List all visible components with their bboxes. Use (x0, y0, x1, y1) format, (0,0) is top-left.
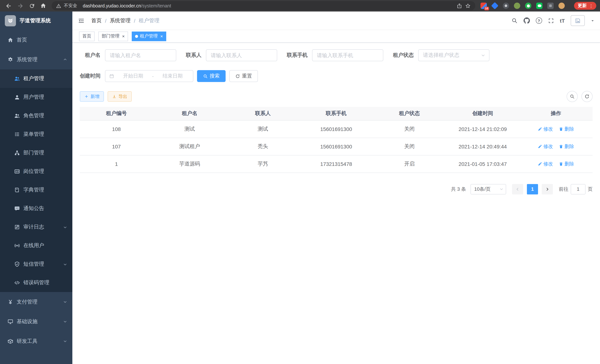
share-icon[interactable] (456, 3, 462, 9)
url-text[interactable]: dashboard.yudao.iocoder.cn/system/tenant (83, 3, 171, 8)
reload-icon[interactable] (29, 3, 35, 9)
sidebar-item-post[interactable]: 岗位管理 (0, 162, 72, 181)
breadcrumb-system[interactable]: 系统管理 (110, 17, 131, 24)
cell-contact: 秃头 (226, 138, 300, 155)
breadcrumb-separator: / (105, 18, 106, 24)
chevron-down-icon (63, 225, 67, 229)
bookmark-star-icon[interactable] (465, 3, 471, 9)
cell-tenant-id: 108 (80, 120, 153, 138)
page-number-1[interactable]: 1 (527, 184, 538, 194)
forward-icon[interactable] (17, 2, 24, 9)
github-icon[interactable] (524, 18, 530, 24)
column-header-created: 创建时间 (446, 107, 519, 120)
security-warning-icon[interactable] (56, 3, 61, 8)
sidebar-item-user[interactable]: 用户管理 (0, 88, 72, 106)
close-icon[interactable]: × (160, 34, 163, 39)
goto-page-input[interactable] (571, 184, 586, 194)
edit-link[interactable]: 修改 (538, 160, 553, 167)
page-size-select[interactable]: 10条/页 (470, 184, 506, 194)
extensions-puzzle-icon[interactable] (547, 3, 554, 9)
delete-link[interactable]: 删除 (559, 160, 574, 167)
column-header-contact: 联系人 (226, 107, 300, 120)
cell-mobile: 15601691300 (300, 120, 373, 138)
caret-down-icon[interactable] (591, 19, 594, 22)
extension-olive-icon[interactable] (514, 3, 520, 9)
sidebar-item-label: 系统管理 (17, 56, 38, 63)
sidebar-item-dict[interactable]: 字典管理 (0, 181, 72, 199)
refresh-table-button[interactable] (581, 91, 593, 102)
code-icon (14, 280, 20, 286)
sidebar-item-label: 通知公告 (23, 205, 44, 212)
tenant-name-input[interactable] (105, 49, 176, 61)
tab-dept[interactable]: 部门管理 × (98, 31, 128, 41)
sidebar-item-label: 租户管理 (23, 75, 44, 82)
column-header-status: 租户状态 (373, 107, 446, 120)
sidebar-item-label: 字典管理 (23, 187, 44, 193)
extension-grid-icon[interactable]: 10 (480, 3, 487, 9)
mobile-input[interactable] (312, 49, 383, 61)
date-start-placeholder[interactable]: 开始日期 (116, 73, 150, 79)
sidebar-item-system[interactable]: 系统管理 (0, 50, 72, 69)
box-icon (7, 338, 13, 344)
sidebar-item-notice[interactable]: 通知公告 (0, 199, 72, 218)
search-button[interactable]: 搜索 (197, 70, 225, 82)
delete-link[interactable]: 删除 (559, 143, 574, 150)
profile-avatar-icon[interactable] (558, 3, 565, 9)
sidebar-fold-icon[interactable] (78, 17, 84, 24)
cell-tenant-name: 测试租户 (153, 138, 226, 155)
avatar[interactable] (571, 15, 585, 26)
sidebar-item-audit-log[interactable]: 审计日志 (0, 218, 72, 236)
tab-tenant[interactable]: 租户管理 × (132, 31, 166, 41)
toggle-search-button[interactable] (567, 91, 578, 102)
app-logo[interactable]: 芋道管理系统 (0, 11, 72, 30)
extension-dark-icon[interactable] (503, 3, 509, 9)
update-button[interactable]: 更新 ⋮ (574, 2, 596, 10)
tab-home[interactable]: 首页 (79, 31, 95, 41)
filter-contact: 联系人 (186, 49, 277, 61)
extension-green-icon[interactable] (525, 3, 531, 9)
next-page-button[interactable] (542, 184, 553, 194)
sidebar-item-online-user[interactable]: 在线用户 (0, 236, 72, 255)
question-icon[interactable]: ? (536, 18, 542, 24)
extension-blue-icon[interactable] (491, 2, 498, 9)
breadcrumb-home[interactable]: 首页 (91, 17, 102, 24)
sidebar-item-menu[interactable]: 菜单管理 (0, 125, 72, 144)
sidebar-item-error-code[interactable]: 错误码管理 (0, 273, 72, 292)
filter-mobile: 联系手机 (287, 49, 383, 61)
fullscreen-icon[interactable] (548, 18, 554, 24)
org-tree-icon (14, 150, 20, 156)
search-icon[interactable] (511, 18, 518, 24)
sidebar-item-tenant[interactable]: 租户管理 (0, 69, 72, 88)
font-size-icon[interactable]: tT (560, 18, 565, 24)
address-bar[interactable]: 不安全 dashboard.yudao.iocoder.cn/system/te… (52, 1, 475, 10)
sidebar-item-label: 用户管理 (23, 94, 44, 101)
add-button[interactable]: 新增 (80, 91, 104, 102)
export-button[interactable]: 导出 (108, 91, 132, 102)
prev-page-button[interactable] (512, 184, 523, 194)
close-icon[interactable]: × (122, 34, 125, 39)
back-icon[interactable] (5, 2, 12, 9)
sidebar-item-home[interactable]: 首页 (0, 30, 72, 50)
filter-tenant-name: 租户名 (80, 49, 176, 61)
sidebar-item-dept[interactable]: 部门管理 (0, 144, 72, 162)
sidebar-item-devtools[interactable]: 研发工具 (0, 331, 72, 351)
sidebar-item-role[interactable]: 角色管理 (0, 106, 72, 125)
menu-kebab-icon[interactable]: ⋮ (589, 3, 593, 8)
security-warning-label[interactable]: 不安全 (64, 3, 77, 9)
sidebar-item-infra[interactable]: 基础设施 (0, 312, 72, 331)
book-icon (14, 187, 20, 193)
chevron-down-icon (63, 319, 67, 324)
cell-tenant-name: 芋道源码 (153, 155, 226, 173)
delete-link[interactable]: 删除 (559, 126, 574, 132)
sidebar-item-sms[interactable]: 短信管理 (0, 255, 72, 273)
contact-input[interactable] (206, 49, 277, 61)
extension-chat-icon[interactable] (536, 3, 543, 9)
reset-button[interactable]: 重置 (229, 70, 258, 82)
date-end-placeholder[interactable]: 结束日期 (156, 73, 189, 79)
sidebar-item-payment[interactable]: 支付管理 (0, 292, 72, 312)
edit-link[interactable]: 修改 (538, 126, 553, 132)
browser-home-icon[interactable] (40, 3, 46, 9)
create-time-range-picker[interactable]: 开始日期 - 结束日期 (105, 70, 193, 82)
edit-link[interactable]: 修改 (538, 143, 553, 150)
tenant-status-select[interactable]: 请选择租户状态 (418, 49, 489, 61)
